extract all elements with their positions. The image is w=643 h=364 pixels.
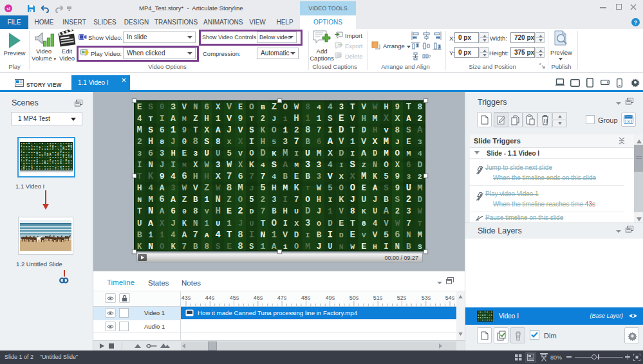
svg-text:J: J (160, 160, 165, 170)
svg-text:6: 6 (204, 102, 209, 112)
svg-text:T: T (418, 219, 422, 228)
svg-text:T: T (227, 230, 232, 240)
svg-text:K: K (65, 159, 67, 162)
svg-text:9: 9 (238, 114, 243, 123)
svg-text:H: H (261, 137, 266, 147)
svg-text:8: 8 (227, 183, 232, 193)
svg-text:U: U (373, 207, 377, 216)
svg-text:I: I (23, 145, 24, 148)
svg-text:5: 5 (227, 149, 231, 158)
svg-text:[x]: [x] (624, 119, 633, 124)
svg-text:K: K (272, 149, 277, 158)
svg-text:6: 6 (159, 194, 164, 205)
svg-text:M: M (373, 114, 378, 123)
svg-text:N: N (137, 196, 142, 205)
svg-text:W: W (373, 102, 378, 112)
svg-text:B: B (305, 172, 310, 181)
svg-text:V: V (193, 183, 199, 193)
svg-text:I: I (36, 161, 38, 165)
svg-text:B: B (68, 145, 70, 148)
svg-text:2: 2 (261, 114, 265, 123)
svg-text:3: 3 (171, 184, 175, 193)
svg-text:E: E (182, 149, 187, 158)
svg-text:8: 8 (238, 230, 243, 240)
svg-text:1: 1 (283, 115, 288, 123)
svg-text:W: W (395, 219, 400, 228)
svg-text:9: 9 (395, 172, 400, 181)
svg-text:K: K (261, 125, 266, 135)
svg-text:D: D (418, 196, 422, 205)
svg-text:D: D (328, 219, 332, 228)
svg-text:4: 4 (272, 172, 276, 181)
svg-text:H: H (294, 113, 299, 123)
svg-text:J: J (395, 138, 400, 147)
svg-text:I: I (137, 161, 142, 170)
svg-text:V: V (238, 150, 243, 158)
svg-text:U: U (361, 195, 366, 205)
svg-text:7: 7 (39, 147, 41, 150)
svg-text:A: A (148, 219, 154, 228)
svg-text:I: I (384, 242, 388, 251)
svg-text:5: 5 (384, 230, 389, 240)
svg-text:T: T (260, 219, 265, 228)
svg-text:W: W (182, 183, 187, 193)
svg-text:A: A (384, 206, 389, 216)
svg-text:A: A (182, 230, 187, 240)
svg-text:B: B (193, 242, 198, 251)
svg-text:N: N (260, 230, 265, 240)
svg-text:8: 8 (216, 138, 221, 147)
svg-text:O: O (238, 196, 243, 205)
svg-text:K: K (28, 153, 30, 156)
svg-text:D: D (52, 147, 54, 150)
svg-text:O: O (350, 183, 355, 193)
svg-text:I: I (160, 114, 165, 123)
svg-text:3: 3 (216, 161, 221, 170)
svg-text:3: 3 (305, 160, 310, 170)
svg-text:X: X (328, 149, 333, 158)
svg-text:7: 7 (317, 126, 321, 135)
svg-text:K: K (362, 207, 366, 215)
svg-text:E: E (406, 138, 411, 147)
svg-text:1: 1 (171, 125, 176, 135)
svg-text:D: D (294, 231, 299, 240)
svg-text:E: E (339, 219, 344, 228)
svg-text:N: N (193, 103, 198, 112)
svg-text:6: 6 (148, 149, 153, 158)
svg-text:X: X (193, 161, 198, 170)
svg-text:J: J (373, 196, 377, 205)
svg-text:V: V (350, 114, 355, 123)
svg-text:3: 3 (137, 149, 142, 158)
svg-text:V: V (362, 231, 367, 240)
svg-text:1: 1 (26, 147, 28, 150)
svg-text:D: D (249, 207, 254, 215)
svg-text:6: 6 (182, 171, 187, 181)
svg-text:V: V (283, 230, 288, 240)
svg-text:U: U (294, 207, 299, 216)
svg-text:7: 7 (406, 219, 411, 228)
svg-text:6: 6 (238, 172, 243, 181)
svg-text:J: J (238, 219, 243, 228)
svg-text:A: A (272, 242, 277, 251)
svg-text:I: I (306, 231, 310, 239)
svg-text:4: 4 (137, 114, 142, 123)
svg-text:O: O (160, 242, 164, 251)
svg-text:M: M (137, 125, 142, 135)
svg-text:W: W (216, 183, 221, 193)
svg-text:T: T (193, 126, 198, 135)
svg-text:A: A (68, 156, 70, 159)
svg-text:W: W (317, 184, 322, 193)
svg-text:6: 6 (171, 206, 176, 216)
svg-text:3: 3 (171, 102, 176, 112)
svg-text:N: N (193, 219, 198, 228)
svg-text:4: 4 (215, 230, 221, 240)
svg-text:D: D (305, 206, 310, 216)
svg-text:4: 4 (418, 149, 422, 158)
svg-text:7: 7 (249, 172, 254, 181)
svg-text:K: K (171, 242, 176, 251)
svg-text:1: 1 (283, 125, 288, 135)
svg-text:H: H (31, 147, 33, 150)
svg-text:X: X (204, 125, 210, 135)
svg-text:6: 6 (406, 161, 411, 170)
svg-text:E: E (361, 242, 366, 251)
svg-text:5: 5 (328, 184, 332, 193)
